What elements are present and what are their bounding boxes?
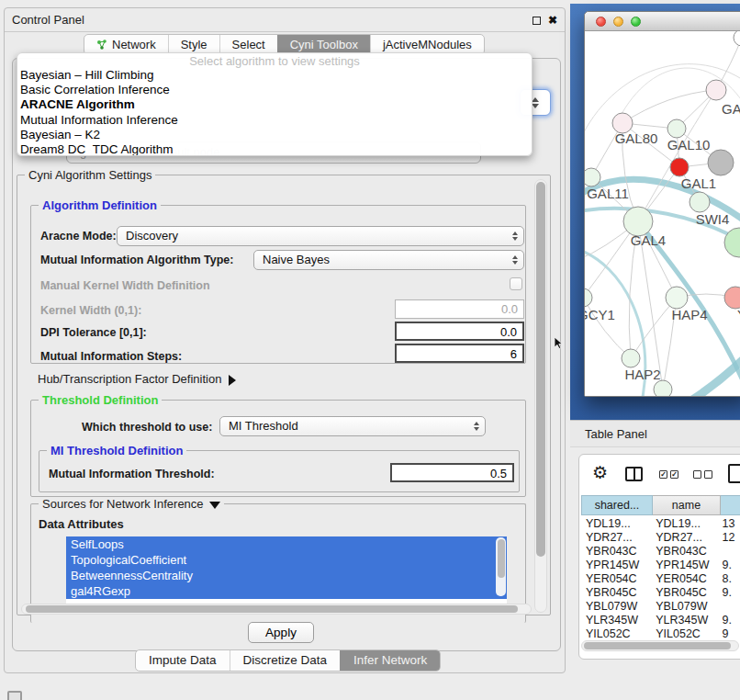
split-columns-icon[interactable]	[625, 467, 643, 481]
sources-toggle[interactable]: Sources for Network Inference	[39, 497, 224, 511]
table-cell[interactable]: YLR345W	[651, 614, 717, 627]
network-canvas[interactable]: GALGAL80GAL10GAL1GAL11SWI4GAL4GCY1HAP4YH…	[585, 31, 740, 396]
table-cell[interactable]: YPR145W	[581, 559, 651, 572]
network-node-gal1[interactable]	[670, 158, 689, 176]
table-cell[interactable]: YBL079W	[651, 600, 717, 614]
table-row[interactable]: YER054CYER054C8.	[581, 572, 740, 586]
network-edge[interactable]	[622, 90, 716, 123]
table-cell[interactable]: 9.	[718, 586, 740, 600]
table-cell[interactable]: 12	[718, 531, 740, 545]
table-cell[interactable]: YBR043C	[651, 545, 717, 559]
data-attribute-item[interactable]: BetweennessCentrality	[66, 568, 507, 583]
table-hscroll-thumb[interactable]	[584, 642, 731, 649]
network-window-titlebar[interactable]	[585, 12, 740, 31]
kernel-width-field[interactable]: 0.0	[395, 299, 524, 319]
minimized-panel-icon[interactable]	[7, 691, 22, 700]
table-cell[interactable]: YBR045C	[651, 586, 717, 600]
table-cell[interactable]: YDL19...	[651, 517, 717, 531]
tab-select[interactable]: Select	[219, 35, 277, 54]
table-cell[interactable]: YER054C	[651, 572, 717, 586]
table-cell[interactable]: 9	[718, 627, 740, 638]
settings-horizontal-scrollbar[interactable]	[21, 604, 532, 615]
network-node-y[interactable]	[724, 287, 740, 309]
table-cell[interactable]: YPR145W	[651, 559, 717, 572]
algorithm-option[interactable]: Basic Correlation Inference	[17, 83, 532, 97]
network-node-hap2[interactable]	[622, 349, 640, 367]
table-row[interactable]: YBR043CYBR043C	[581, 545, 740, 559]
manual-kernel-checkbox[interactable]	[510, 277, 522, 290]
network-node[interactable]	[654, 380, 672, 397]
zoom-traffic-light-icon[interactable]	[631, 17, 641, 27]
network-node[interactable]	[734, 31, 740, 46]
mi-steps-field[interactable]: 6	[395, 344, 524, 363]
settings-vertical-scrollbar[interactable]	[534, 179, 547, 613]
file-icon[interactable]	[728, 464, 740, 483]
list-scrollbar-thumb[interactable]	[498, 539, 505, 578]
tab-infer-network[interactable]: Infer Network	[340, 650, 440, 671]
minimize-traffic-light-icon[interactable]	[613, 17, 623, 27]
settings-vscroll-thumb[interactable]	[536, 182, 545, 557]
tab-network[interactable]: Network	[84, 35, 168, 54]
table-cell[interactable]: YLR345W	[581, 614, 651, 627]
apply-button[interactable]: Apply	[248, 622, 314, 643]
list-scrollbar[interactable]	[496, 537, 506, 596]
table-cell[interactable]: YBR045C	[581, 586, 651, 600]
network-node[interactable]	[708, 150, 734, 175]
close-icon[interactable]: ✖	[548, 15, 557, 26]
network-graph[interactable]: GALGAL80GAL10GAL1GAL11SWI4GAL4GCY1HAP4YH…	[585, 31, 740, 397]
network-node-gal10[interactable]	[667, 119, 686, 138]
table-cell[interactable]: YDL19...	[581, 517, 651, 531]
column-header-shared-name[interactable]: shared...	[581, 495, 653, 515]
table-cell[interactable]: 9.	[718, 559, 740, 572]
table-cell[interactable]: 9.	[718, 614, 740, 627]
hub-definition-toggle[interactable]: Hub/Transcription Factor Definition	[38, 372, 236, 386]
table-cell[interactable]: YDR27...	[581, 531, 651, 545]
gear-icon[interactable]: ⚙	[592, 462, 608, 482]
table-row[interactable]: YLR345WYLR345W9.	[581, 614, 740, 627]
table-cell[interactable]: YBR043C	[581, 545, 651, 559]
which-threshold-combo[interactable]: MI Threshold	[219, 416, 486, 436]
table-row[interactable]: YBL079WYBL079W	[581, 600, 740, 614]
table-cell[interactable]: YBL079W	[581, 600, 651, 614]
data-attributes-list[interactable]: SelfLoopsTopologicalCoefficientBetweenne…	[66, 536, 507, 604]
dpi-tolerance-field[interactable]: 0.0	[395, 322, 524, 341]
network-node-swi4[interactable]	[690, 192, 710, 212]
network-node-gcy1[interactable]	[585, 288, 592, 307]
network-node-hap4[interactable]	[666, 287, 688, 309]
table-cell[interactable]	[718, 545, 740, 559]
tab-impute-data[interactable]: Impute Data	[136, 650, 230, 671]
table-row[interactable]: YDR27...YDR27...12	[581, 531, 740, 545]
algorithm-option[interactable]: Mutual Information Inference	[17, 113, 532, 128]
tab-discretize-data[interactable]: Discretize Data	[230, 650, 341, 671]
table-row[interactable]: YBR045CYBR045C9.	[581, 586, 740, 600]
table-cell[interactable]: YER054C	[581, 572, 651, 586]
network-node-gal[interactable]	[706, 80, 726, 100]
aracne-mode-combo[interactable]: Discovery	[117, 226, 524, 246]
tab-jactivemnodules[interactable]: jActiveMNodules	[370, 35, 484, 54]
table-cell[interactable]: 13	[718, 517, 740, 531]
table-row[interactable]: YIL052CYIL052C9	[581, 627, 740, 638]
algorithm-option[interactable]: ARACNE Algorithm	[17, 97, 532, 112]
table-cell[interactable]: YIL052C	[581, 627, 651, 638]
settings-hscroll-thumb[interactable]	[26, 605, 518, 613]
table-cell[interactable]	[718, 600, 740, 614]
mi-threshold-field[interactable]: 0.5	[390, 463, 514, 482]
table-row[interactable]: YPR145WYPR145W9.	[581, 559, 740, 572]
network-node-gal11[interactable]	[585, 168, 600, 186]
mi-algorithm-type-combo[interactable]: Naive Bayes	[253, 250, 524, 270]
tab-cyni-toolbox[interactable]: Cyni Toolbox	[277, 35, 370, 54]
column-header-name[interactable]: name	[653, 495, 721, 515]
data-attribute-item[interactable]: SelfLoops	[66, 536, 507, 552]
table-row[interactable]: YDL19...YDL19...13	[581, 517, 740, 531]
close-traffic-light-icon[interactable]	[596, 17, 606, 27]
checked-pair-icon[interactable]: ✓✓	[659, 470, 678, 479]
table-cell[interactable]: YIL052C	[651, 627, 717, 638]
tab-style[interactable]: Style	[168, 35, 219, 54]
data-attribute-item[interactable]: gal4RGexp	[66, 583, 507, 599]
table-cell[interactable]: 8.	[718, 572, 740, 586]
algorithm-option[interactable]: Bayesian – Hill Climbing	[17, 68, 532, 83]
unchecked-pair-icon[interactable]	[693, 470, 712, 479]
algorithm-option[interactable]: Dream8 DC_TDC Algorithm	[17, 142, 532, 156]
table-horizontal-scrollbar[interactable]	[581, 640, 739, 651]
table-cell[interactable]: YDR27...	[651, 531, 717, 545]
